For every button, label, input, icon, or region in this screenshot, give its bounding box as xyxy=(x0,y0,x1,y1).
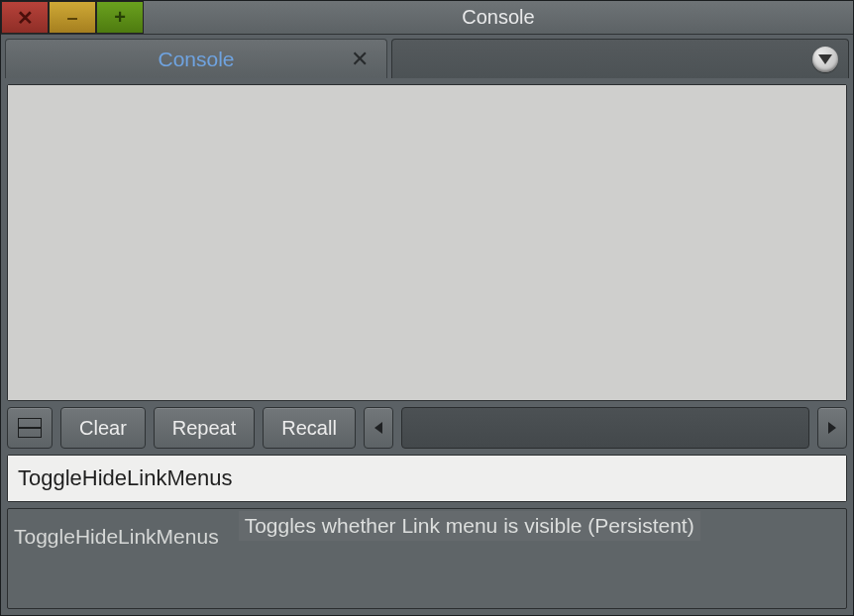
window-title: Console xyxy=(144,1,853,34)
console-output[interactable] xyxy=(8,85,846,400)
history-prev-button[interactable] xyxy=(364,407,393,449)
suggestion-description: Toggles whether Link menu is visible (Pe… xyxy=(239,511,700,541)
close-icon: ✕ xyxy=(17,6,34,30)
suggestion-row[interactable]: ToggleHideLinkMenus Toggles whether Link… xyxy=(8,509,846,553)
console-output-frame xyxy=(7,84,847,401)
tab-menu-button[interactable] xyxy=(812,47,838,72)
svg-marker-0 xyxy=(818,54,832,64)
window-minimize-button[interactable]: – xyxy=(49,1,96,34)
recall-label: Recall xyxy=(281,417,337,440)
history-next-button[interactable] xyxy=(817,407,847,449)
history-slider[interactable] xyxy=(401,407,809,449)
clear-label: Clear xyxy=(79,417,127,440)
triangle-right-icon xyxy=(828,422,836,434)
svg-marker-4 xyxy=(828,422,836,434)
suggestion-name: ToggleHideLinkMenus xyxy=(14,513,219,549)
suggestion-panel: ToggleHideLinkMenus Toggles whether Link… xyxy=(7,508,847,609)
recall-button[interactable]: Recall xyxy=(263,407,356,449)
command-input-frame xyxy=(7,455,847,502)
repeat-label: Repeat xyxy=(172,417,237,440)
tab-bar-empty xyxy=(391,39,849,78)
tab-console[interactable]: Console ✕ xyxy=(5,39,387,78)
console-toolbar: Clear Repeat Recall xyxy=(7,407,847,449)
command-input[interactable] xyxy=(8,456,846,501)
maximize-icon: + xyxy=(114,6,126,29)
tab-row: Console ✕ xyxy=(1,35,853,78)
tab-label: Console xyxy=(158,48,234,71)
console-window: ✕ – + Console Console ✕ xyxy=(0,0,854,616)
layout-toggle-button[interactable] xyxy=(7,407,53,449)
titlebar: ✕ – + Console xyxy=(1,1,853,35)
tab-close-icon[interactable]: ✕ xyxy=(351,47,369,72)
minimize-icon: – xyxy=(66,6,77,29)
split-view-icon xyxy=(18,418,42,438)
triangle-left-icon xyxy=(374,422,382,434)
clear-button[interactable]: Clear xyxy=(60,407,146,449)
chevron-down-icon xyxy=(818,54,832,64)
repeat-button[interactable]: Repeat xyxy=(154,407,256,449)
window-maximize-button[interactable]: + xyxy=(96,1,144,34)
svg-marker-3 xyxy=(374,422,382,434)
window-close-button[interactable]: ✕ xyxy=(1,1,49,34)
